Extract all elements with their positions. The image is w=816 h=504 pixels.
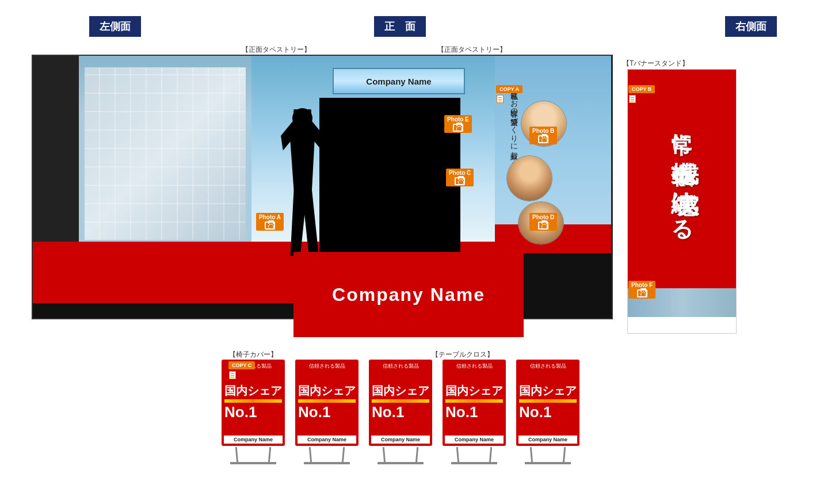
chair-sign-3-bottom: Company Name — [371, 436, 430, 444]
photo-d-badge: Photo D — [529, 213, 557, 231]
right-section-label: 右側面 — [725, 16, 777, 37]
photo-f-badge: Photo F — [628, 281, 655, 299]
copy-a-badge: COPY A — [496, 85, 523, 93]
left-section-label: 左側面 — [89, 16, 141, 37]
photo-e-badge: Photo E — [444, 115, 472, 133]
chair-sign-2: 信頼される製品 国内シェア No.1 Company Name — [295, 360, 359, 446]
photo-c-thumb — [506, 155, 552, 201]
chair-sign-5-top: 信頼される製品 — [530, 363, 566, 369]
chair-sign-4-bottom: Company Name — [445, 436, 504, 444]
chair-sign-5-bottom: Company Name — [518, 436, 577, 444]
chair-legs-3 — [378, 447, 424, 464]
chairs-section: 信頼される製品 国内シェア No.1 Company Name 信頼される製品 … — [219, 360, 604, 464]
company-name-main-box: Company Name — [293, 252, 524, 337]
copy-b-doc-icon — [629, 93, 636, 104]
chair-legs-2 — [304, 447, 350, 464]
chair-item-2: 信頼される製品 国内シェア No.1 Company Name — [292, 360, 361, 464]
chair-sign-3: 信頼される製品 国内シェア No.1 Company Name — [369, 360, 432, 446]
t-banner-red-area: 常に挑戦を続ける 成長を実感。 — [628, 70, 736, 288]
copy-b-badge: COPY B — [628, 85, 655, 93]
copy-a-doc-icon — [497, 93, 504, 104]
banner-jp-text-line2: 成長を実感。 — [677, 145, 699, 202]
photo-b-badge: Photo B — [529, 127, 557, 144]
chair-sign-2-domestic: 国内シェア No.1 — [298, 383, 356, 421]
chair-sign-2-top: 信頼される製品 — [309, 363, 345, 369]
booth-doorway — [319, 98, 460, 262]
company-name-main-text: Company Name — [332, 284, 485, 306]
chair-legs-4 — [451, 447, 497, 464]
chair-sign-4-top: 信頼される製品 — [456, 363, 493, 369]
front-section-label: 正 面 — [374, 16, 426, 37]
chair-item-4: 信頼される製品 国内シェア No.1 Company Name — [440, 360, 509, 464]
chair-cover-label: 【椅子カバー】 — [229, 350, 277, 360]
chair-sign-4: 信頼される製品 国内シェア No.1 Company Name — [443, 360, 506, 446]
front-tapestry-label-left: 【正面タペストリー】 — [242, 45, 311, 55]
building-background — [79, 56, 251, 251]
table-cross-label: 【テーブルクロス】 — [432, 350, 494, 360]
banner-text-area2: 成長を実感。 — [677, 75, 699, 271]
photo-c-badge: Photo C — [446, 169, 474, 186]
chair-sign-3-domestic: 国内シェア No.1 — [372, 383, 429, 421]
chair-item-5: 信頼される製品 国内シェア No.1 Company Name — [513, 360, 582, 464]
t-banner-label: 【Tバナースタンド】 — [623, 59, 689, 68]
copy-c-badge: COPY C — [228, 361, 255, 369]
chair-sign-1-bottom: Company Name — [224, 436, 283, 444]
company-header-text: Company Name — [366, 77, 431, 86]
photo-a-badge: Photo A — [256, 213, 284, 231]
chair-sign-5: 信頼される製品 国内シェア No.1 Company Name — [516, 360, 579, 446]
chair-sign-3-top: 信頼される製品 — [383, 363, 419, 369]
t-banner-bottom: Company Name — [628, 317, 736, 334]
chair-sign-4-domestic: 国内シェア No.1 — [445, 383, 503, 421]
chair-sign-1-domestic: 国内シェア No.1 — [224, 383, 282, 421]
chair-legs-1 — [230, 447, 276, 464]
front-tapestry-label-right: 【正面タペストリー】 — [437, 45, 506, 55]
silhouette-head — [292, 108, 312, 128]
chair-sign-5-domestic: 国内シェア No.1 — [519, 383, 577, 421]
chair-item-3: 信頼される製品 国内シェア No.1 Company Name — [366, 360, 435, 464]
company-header-bar: Company Name — [333, 68, 465, 94]
chair-legs-5 — [525, 447, 571, 464]
red-bottom-left — [33, 242, 251, 303]
copy-c-doc-icon — [229, 369, 236, 380]
chair-sign-2-bottom: Company Name — [298, 436, 356, 444]
